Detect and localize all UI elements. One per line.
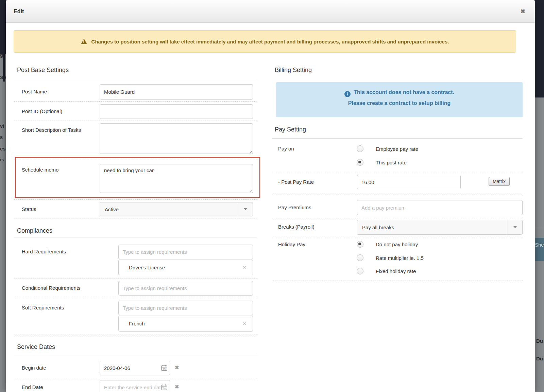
soft-requirements-input[interactable] [118, 301, 253, 315]
holiday-pay-label: Holiday Pay [278, 242, 305, 247]
section-heading-compliances: Compliances [17, 227, 52, 234]
calendar-icon[interactable]: 15 [161, 364, 168, 371]
post-pay-rate-input[interactable] [357, 175, 461, 189]
section-divider [272, 138, 523, 139]
calendar-icon[interactable]: 16 [161, 384, 168, 391]
backdrop-header-edge [535, 0, 544, 97]
section-divider [14, 355, 257, 355]
warning-banner: Changes to position setting will take ef… [14, 30, 516, 53]
row-separator [14, 218, 257, 218]
backdrop-text-fragment: is [0, 157, 4, 162]
status-select[interactable]: Active [100, 202, 253, 216]
backdrop-text-fragment: s [0, 134, 3, 140]
modal-header: Edit ✖ [6, 0, 535, 23]
end-date-clear-icon[interactable]: ✖ [175, 384, 179, 390]
row-separator [14, 298, 257, 298]
close-icon[interactable]: ✖ [521, 8, 525, 15]
row-separator [14, 279, 257, 279]
conditional-requirements-label: Conditional Requirements [22, 285, 81, 291]
row-separator [272, 281, 523, 281]
backdrop-text-fragment: Se [0, 74, 6, 80]
background-shift-cell-label: She [535, 242, 544, 248]
svg-text:15: 15 [163, 368, 166, 370]
svg-text:16: 16 [163, 387, 166, 390]
post-name-input[interactable] [100, 84, 253, 100]
info-icon: i [344, 91, 351, 97]
background-due-label: Du [536, 338, 543, 344]
backdrop-text-fragment: vi [0, 123, 4, 129]
row-separator [14, 101, 257, 102]
chevron-down-icon [238, 202, 253, 216]
warning-banner-text: Changes to position setting will take ef… [91, 39, 449, 44]
row-separator [272, 218, 523, 218]
row-separator [272, 238, 523, 238]
conditional-requirements-input[interactable] [118, 281, 253, 296]
end-date-label: End Date [22, 384, 43, 390]
section-heading-billing: Billing Setting [275, 67, 312, 74]
status-select-value: Active [100, 202, 238, 216]
schedule-memo-textarea[interactable]: need to bring your car [100, 164, 253, 193]
tag-remove-icon[interactable]: ✕ [242, 265, 253, 270]
post-id-input[interactable] [100, 104, 253, 119]
backdrop-left-strip: g Se vi s es is [0, 0, 6, 392]
tag-label: French [119, 321, 242, 326]
begin-date-input[interactable] [100, 361, 170, 375]
pay-on-radio-employee-label[interactable]: Employee pay rate [376, 146, 418, 152]
pay-on-radio-post-rate-label[interactable]: This post rate [376, 160, 407, 165]
section-divider [14, 237, 257, 237]
holiday-radio-rate-multiplier[interactable] [357, 254, 363, 261]
pay-premiums-input[interactable] [357, 200, 523, 215]
breaks-select[interactable]: Pay all breaks [357, 220, 523, 235]
matrix-button[interactable]: Matrix [489, 177, 510, 186]
backdrop-text-fragment: es [0, 146, 6, 152]
schedule-memo-label: Schedule memo [22, 167, 58, 173]
no-contract-notice: iThis account does not have a contract. … [276, 82, 523, 117]
warning-icon [81, 39, 87, 44]
tag-french: French ✕ [118, 316, 253, 332]
notice-line2: Please create a contract to setup billin… [276, 100, 523, 106]
short-description-label: Short Description of Tasks [22, 124, 93, 136]
pay-on-radio-employee[interactable] [357, 145, 363, 152]
backdrop-divider [535, 228, 544, 228]
status-label: Status [22, 206, 36, 212]
hard-requirements-input[interactable] [118, 245, 253, 259]
post-id-label: Post ID (Optional) [22, 108, 62, 114]
tag-label: Driver's License [119, 265, 242, 270]
begin-date-clear-icon[interactable]: ✖ [175, 364, 179, 371]
section-divider [14, 79, 257, 79]
tag-drivers-license: Driver's License ✕ [118, 260, 253, 275]
begin-date-label: Begin date [22, 365, 46, 371]
holiday-radio-do-not-pay[interactable] [357, 241, 363, 248]
edit-post-modal: Edit ✖ Changes to position setting will … [6, 0, 535, 392]
backdrop-navbar-edge [3, 0, 5, 82]
section-heading-post-base: Post Base Settings [17, 67, 69, 74]
background-due-label: Du [536, 356, 543, 361]
section-divider [272, 79, 523, 79]
background-shift-cell [535, 238, 544, 261]
pay-on-radio-post-rate[interactable] [357, 159, 363, 166]
short-description-textarea[interactable] [100, 123, 253, 154]
soft-requirements-label: Soft Requirements [22, 305, 64, 310]
row-separator [272, 195, 523, 195]
end-date-input[interactable] [100, 380, 170, 392]
breaks-payroll-label: Breaks (Payroll) [278, 224, 314, 230]
section-heading-pay: Pay Setting [275, 126, 306, 133]
section-heading-service-dates: Service Dates [17, 343, 55, 351]
holiday-radio-rate-multiplier-label[interactable]: Rate multiplier ie. 1.5 [376, 255, 424, 261]
tag-remove-icon[interactable]: ✕ [242, 321, 253, 326]
breaks-select-value: Pay all breaks [357, 220, 508, 234]
holiday-radio-fixed-rate-label[interactable]: Fixed holiday rate [376, 268, 416, 274]
hard-requirements-label: Hard Requirements [22, 249, 66, 254]
modal-title: Edit [14, 8, 24, 15]
row-separator [14, 378, 257, 378]
row-separator [272, 172, 523, 172]
row-separator [14, 160, 257, 160]
row-separator [14, 121, 257, 121]
holiday-radio-fixed-rate[interactable] [357, 268, 363, 274]
row-separator [14, 199, 257, 200]
backdrop-text-fragment: g [0, 52, 3, 58]
pay-premiums-label: Pay Premiums [278, 204, 311, 210]
row-separator [14, 335, 257, 335]
chevron-down-icon [508, 220, 522, 234]
holiday-radio-do-not-pay-label[interactable]: Do not pay holiday [376, 242, 418, 247]
